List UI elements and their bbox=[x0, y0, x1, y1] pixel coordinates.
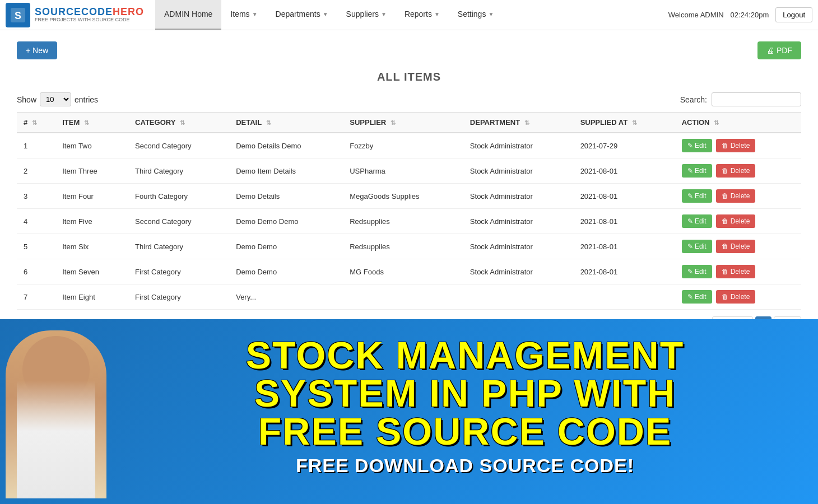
person-area bbox=[0, 330, 129, 504]
departments-dropdown-arrow: ▼ bbox=[323, 11, 328, 17]
edit-button[interactable]: ✎ Edit bbox=[682, 214, 712, 228]
cell-supplied-at: 2021-07-29 bbox=[574, 133, 675, 158]
delete-button[interactable]: 🗑 Delete bbox=[716, 214, 755, 228]
cell-action: ✎ Edit 🗑 Delete bbox=[675, 158, 801, 184]
brand-name: SOURCECODEHERO bbox=[35, 7, 144, 18]
cell-supplier bbox=[343, 284, 463, 310]
welcome-text: Welcome ADMIN bbox=[668, 11, 724, 19]
cell-num: 3 bbox=[17, 184, 55, 209]
cell-supplied-at: 2021-08-01 bbox=[574, 184, 675, 209]
overlay-banner: STOCK MANAGEMENT SYSTEM IN PHP WITH FREE… bbox=[0, 319, 818, 504]
table-row: 4 Item Five Second Category Demo Demo De… bbox=[17, 209, 801, 234]
col-supplier[interactable]: SUPPLIER ⇅ bbox=[343, 113, 463, 133]
cell-supplied-at: 2021-08-01 bbox=[574, 259, 675, 284]
cell-category: Second Category bbox=[128, 209, 229, 234]
cell-action: ✎ Edit 🗑 Delete bbox=[675, 259, 801, 284]
cell-department: Stock Administrator bbox=[463, 133, 574, 158]
col-num[interactable]: # ⇅ bbox=[17, 113, 55, 133]
cell-action: ✎ Edit 🗑 Delete bbox=[675, 209, 801, 234]
cell-supplier: MegaGoods Supplies bbox=[343, 184, 463, 209]
col-department[interactable]: DEPARTMENT ⇅ bbox=[463, 113, 574, 133]
col-category[interactable]: CATEGORY ⇅ bbox=[128, 113, 229, 133]
cell-item: Item Two bbox=[55, 133, 128, 158]
cell-category: Third Category bbox=[128, 158, 229, 184]
nav-reports[interactable]: Reports ▼ bbox=[396, 0, 449, 30]
cell-department: Stock Administrator bbox=[463, 184, 574, 209]
cell-item: Item Eight bbox=[55, 284, 128, 310]
nav-departments[interactable]: Departments ▼ bbox=[267, 0, 337, 30]
brand-sub: FREE PROJECTS WITH SOURCE CODE bbox=[35, 17, 144, 23]
page-title: ALL ITEMS bbox=[17, 71, 801, 83]
nav-items: ADMIN Home Items ▼ Departments ▼ Supplie… bbox=[155, 0, 668, 30]
edit-button[interactable]: ✎ Edit bbox=[682, 164, 712, 178]
cell-num: 5 bbox=[17, 234, 55, 259]
cell-detail: Demo Demo bbox=[229, 259, 343, 284]
table-body: 1 Item Two Second Category Demo Details … bbox=[17, 133, 801, 310]
person-shirt bbox=[17, 330, 95, 498]
edit-button[interactable]: ✎ Edit bbox=[682, 265, 712, 278]
col-item[interactable]: ITEM ⇅ bbox=[55, 113, 128, 133]
edit-button[interactable]: ✎ Edit bbox=[682, 189, 712, 203]
cell-num: 6 bbox=[17, 259, 55, 284]
cell-detail: Demo Demo Demo bbox=[229, 209, 343, 234]
search-input[interactable] bbox=[712, 92, 801, 106]
cell-supplier: Fozzby bbox=[343, 133, 463, 158]
logout-button[interactable]: Logout bbox=[775, 7, 812, 22]
edit-button[interactable]: ✎ Edit bbox=[682, 290, 712, 304]
nav-items-menu[interactable]: Items ▼ bbox=[221, 0, 266, 30]
cell-supplier: Redsupplies bbox=[343, 209, 463, 234]
delete-button[interactable]: 🗑 Delete bbox=[716, 164, 755, 178]
delete-button[interactable]: 🗑 Delete bbox=[716, 139, 755, 152]
delete-button[interactable]: 🗑 Delete bbox=[716, 265, 755, 278]
cell-detail: Very... bbox=[229, 284, 343, 310]
suppliers-dropdown-arrow: ▼ bbox=[381, 11, 387, 17]
cell-supplied-at: 2021-08-01 bbox=[574, 234, 675, 259]
entries-select[interactable]: 10 25 50 100 bbox=[40, 92, 71, 106]
cell-category: Fourth Category bbox=[128, 184, 229, 209]
cell-category: Second Category bbox=[128, 133, 229, 158]
nav-admin-home[interactable]: ADMIN Home bbox=[155, 0, 221, 30]
pdf-button[interactable]: 🖨 PDF bbox=[757, 41, 801, 59]
nav-suppliers[interactable]: Suppliers ▼ bbox=[337, 0, 396, 30]
nav-right: Welcome ADMIN 02:24:20pm Logout bbox=[668, 7, 812, 22]
cell-detail: Demo Details bbox=[229, 184, 343, 209]
col-action[interactable]: ACTION ⇅ bbox=[675, 113, 801, 133]
banner-sub: FREE DOWNLOAD SOURCE CODE! bbox=[296, 455, 634, 477]
table-row: 3 Item Four Fourth Category Demo Details… bbox=[17, 184, 801, 209]
main-content: + New 🖨 PDF ALL ITEMS Show 10 25 50 100 … bbox=[0, 30, 818, 366]
banner-text: STOCK MANAGEMENT SYSTEM IN PHP WITH FREE… bbox=[112, 336, 818, 477]
search-box: Search: bbox=[680, 92, 801, 106]
edit-button[interactable]: ✎ Edit bbox=[682, 139, 712, 152]
cell-action: ✎ Edit 🗑 Delete bbox=[675, 184, 801, 209]
col-supplied-at[interactable]: SUPPLIED AT ⇅ bbox=[574, 113, 675, 133]
datatable-controls: Show 10 25 50 100 entries Search: bbox=[17, 92, 801, 106]
delete-button[interactable]: 🗑 Delete bbox=[716, 240, 755, 253]
cell-supplier: MG Foods bbox=[343, 259, 463, 284]
navbar: S SOURCECODEHERO FREE PROJECTS WITH SOUR… bbox=[0, 0, 818, 30]
col-detail[interactable]: DETAIL ⇅ bbox=[229, 113, 343, 133]
items-table: # ⇅ ITEM ⇅ CATEGORY ⇅ DETAIL ⇅ SUPPLIER … bbox=[17, 112, 801, 310]
cell-supplied-at: 2021-08-01 bbox=[574, 209, 675, 234]
new-button[interactable]: + New bbox=[17, 41, 57, 59]
table-header: # ⇅ ITEM ⇅ CATEGORY ⇅ DETAIL ⇅ SUPPLIER … bbox=[17, 113, 801, 133]
nav-settings[interactable]: Settings ▼ bbox=[449, 0, 503, 30]
time-display: 02:24:20pm bbox=[731, 11, 769, 19]
cell-category: First Category bbox=[128, 284, 229, 310]
brand-logo: S bbox=[6, 3, 30, 27]
cell-department bbox=[463, 284, 574, 310]
table-row: 6 Item Seven First Category Demo Demo MG… bbox=[17, 259, 801, 284]
toolbar: + New 🖨 PDF bbox=[17, 41, 801, 59]
cell-department: Stock Administrator bbox=[463, 209, 574, 234]
delete-button[interactable]: 🗑 Delete bbox=[716, 189, 755, 203]
reports-dropdown-arrow: ▼ bbox=[434, 11, 440, 17]
cell-num: 7 bbox=[17, 284, 55, 310]
cell-category: Third Category bbox=[128, 234, 229, 259]
cell-num: 2 bbox=[17, 158, 55, 184]
cell-department: Stock Administrator bbox=[463, 259, 574, 284]
table-row: 7 Item Eight First Category Very... ✎ Ed… bbox=[17, 284, 801, 310]
cell-num: 1 bbox=[17, 133, 55, 158]
svg-text:S: S bbox=[15, 10, 21, 21]
delete-button[interactable]: 🗑 Delete bbox=[716, 290, 755, 304]
cell-item: Item Five bbox=[55, 209, 128, 234]
edit-button[interactable]: ✎ Edit bbox=[682, 240, 712, 253]
